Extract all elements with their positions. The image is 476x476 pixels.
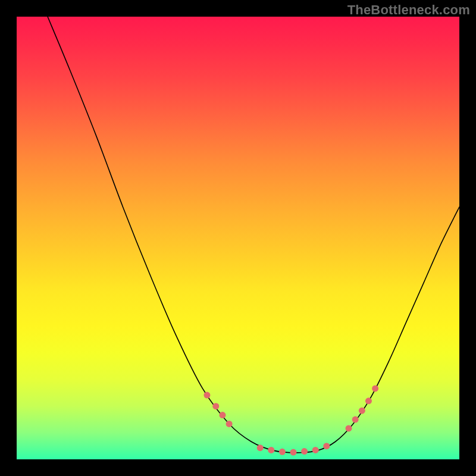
data-point-marker <box>203 392 210 399</box>
data-point-marker <box>279 449 286 455</box>
watermark-text: TheBottleneck.com <box>347 2 470 18</box>
plot-area <box>17 17 459 459</box>
data-point-marker <box>226 421 233 427</box>
data-point-marker <box>346 425 352 431</box>
marker-group-left <box>203 392 232 427</box>
data-point-marker <box>268 447 274 453</box>
data-point-marker <box>212 403 219 409</box>
data-point-marker <box>301 448 308 455</box>
chart-frame: TheBottleneck.com <box>0 0 476 476</box>
curve-layer <box>17 17 459 459</box>
data-point-marker <box>290 449 297 456</box>
bottleneck-curve <box>48 17 459 453</box>
data-point-marker <box>359 408 365 414</box>
data-point-marker <box>352 416 359 423</box>
data-point-marker <box>257 444 264 451</box>
data-point-marker <box>312 447 319 453</box>
data-point-marker <box>219 412 226 418</box>
data-point-marker <box>372 385 378 392</box>
data-point-marker <box>365 397 372 404</box>
data-point-marker <box>323 443 330 449</box>
